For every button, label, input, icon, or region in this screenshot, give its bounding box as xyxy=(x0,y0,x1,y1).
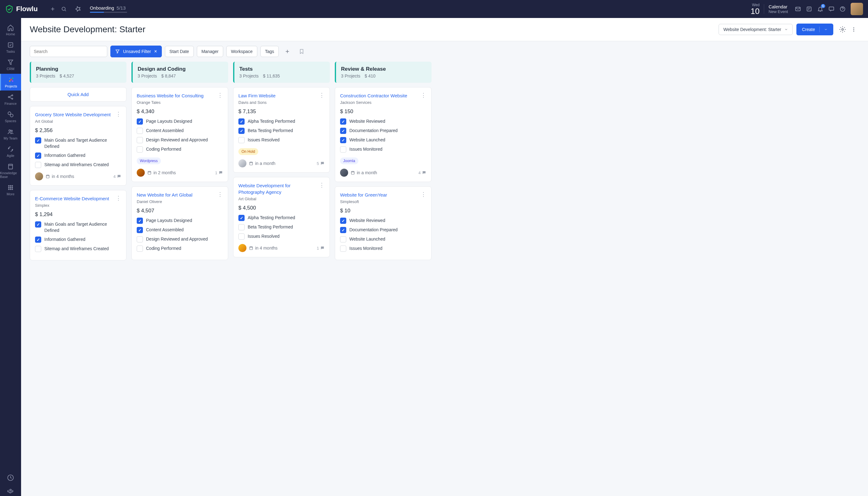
checkbox[interactable] xyxy=(238,215,245,221)
checkbox[interactable] xyxy=(35,246,41,252)
card-title[interactable]: Grocery Store Website Development xyxy=(35,111,111,118)
checklist-item[interactable]: Main Goals and Target Audience Defined xyxy=(35,137,121,150)
card-title[interactable]: Law Firm Website xyxy=(238,92,276,99)
card-title[interactable]: New Website for Art Global xyxy=(137,191,192,198)
help-button[interactable] xyxy=(837,3,848,15)
card-menu-button[interactable]: ⋮ xyxy=(217,92,223,98)
sidebar-item-my-team[interactable]: My Team xyxy=(0,126,21,143)
assignee-avatar[interactable] xyxy=(137,169,145,177)
search-button[interactable] xyxy=(58,3,69,15)
user-avatar[interactable] xyxy=(851,3,863,15)
filter-chip-tags[interactable]: Tags xyxy=(260,46,279,57)
checklist-item[interactable]: Website Reviewed xyxy=(340,119,426,125)
card-menu-button[interactable]: ⋮ xyxy=(217,191,223,197)
checklist-item[interactable]: Coding Performed xyxy=(137,146,223,153)
card-title[interactable]: Business Website for Consulting xyxy=(137,92,204,99)
checklist-item[interactable]: Page Layouts Designed xyxy=(137,218,223,224)
settings-button[interactable] xyxy=(837,24,848,35)
assignee-avatar[interactable] xyxy=(238,244,246,252)
checkbox[interactable] xyxy=(340,128,346,134)
notifications-button[interactable]: 6 xyxy=(815,3,826,15)
checklist-item[interactable]: Website Reviewed xyxy=(340,218,426,224)
comment-count[interactable]: 1 xyxy=(215,170,223,175)
checkbox[interactable] xyxy=(137,246,143,252)
assignee-avatar[interactable] xyxy=(340,169,348,177)
checkbox[interactable] xyxy=(137,227,143,233)
checkbox[interactable] xyxy=(238,128,245,134)
close-icon[interactable]: × xyxy=(154,49,157,54)
create-button[interactable]: Create xyxy=(796,24,833,35)
sidebar-item-spaces[interactable]: Spaces xyxy=(0,108,21,125)
comment-count[interactable]: 4 xyxy=(113,174,121,179)
assignee-avatar[interactable] xyxy=(35,172,43,181)
checklist-item[interactable]: Coding Performed xyxy=(137,246,223,252)
checkbox[interactable] xyxy=(35,153,41,159)
card-menu-button[interactable]: ⋮ xyxy=(421,92,426,98)
checklist-item[interactable]: Sitemap and Wireframes Created xyxy=(35,162,121,168)
card-menu-button[interactable]: ⋮ xyxy=(319,92,325,98)
checkbox[interactable] xyxy=(35,137,41,143)
project-card[interactable]: E-Commerce Website Development ⋮ Simplex… xyxy=(30,190,126,260)
sidebar-settings[interactable] xyxy=(0,484,21,496)
sidebar-item-home[interactable]: Home xyxy=(0,22,21,38)
checkbox[interactable] xyxy=(340,137,346,143)
calendar-widget[interactable]: Calendar New Event xyxy=(764,4,788,14)
checkbox[interactable] xyxy=(35,162,41,168)
checkbox[interactable] xyxy=(137,137,143,143)
checkbox[interactable] xyxy=(35,236,41,243)
checkbox[interactable] xyxy=(35,221,41,228)
checklist-item[interactable]: Documentation Prepared xyxy=(340,128,426,134)
workflow-selector[interactable]: Website Development: Starter xyxy=(718,24,793,35)
card-title[interactable]: Website Development for Photography Agen… xyxy=(238,182,316,195)
checklist-item[interactable]: Issues Resolved xyxy=(238,137,325,143)
card-title[interactable]: Website for GreenYear xyxy=(340,191,387,198)
sidebar-item-projects[interactable]: Projects xyxy=(0,74,21,91)
checkbox[interactable] xyxy=(340,119,346,125)
mail-button[interactable] xyxy=(792,3,804,15)
checklist-item[interactable]: Page Layouts Designed xyxy=(137,119,223,125)
checkbox[interactable] xyxy=(238,137,245,143)
checklist-item[interactable]: Design Reviewed and Approved xyxy=(137,137,223,143)
checklist-item[interactable]: Information Gathered xyxy=(35,153,121,159)
search-input[interactable] xyxy=(30,46,107,57)
date-widget[interactable]: Wed 10 xyxy=(750,3,760,15)
checkbox[interactable] xyxy=(137,218,143,224)
filter-chip-manager[interactable]: Manager xyxy=(197,46,223,57)
filter-chip-workspace[interactable]: Workspace xyxy=(226,46,257,57)
add-button[interactable] xyxy=(47,3,58,15)
add-filter-button[interactable] xyxy=(282,46,293,57)
comment-count[interactable]: 4 xyxy=(418,170,426,175)
filter-chip-start-date[interactable]: Start Date xyxy=(165,46,194,57)
checklist-item[interactable]: Main Goals and Target Audience Defined xyxy=(35,221,121,233)
checklist-item[interactable]: Sitemap and Wireframes Created xyxy=(35,246,121,252)
checklist-item[interactable]: Design Reviewed and Approved xyxy=(137,236,223,243)
sidebar-item-knowledge-base[interactable]: Knowledge Base xyxy=(0,160,21,181)
checklist-item[interactable]: Information Gathered xyxy=(35,236,121,243)
comment-count[interactable]: 5 xyxy=(317,161,325,166)
checkbox[interactable] xyxy=(340,218,346,224)
bookmark-button[interactable] xyxy=(296,46,307,57)
checklist-item[interactable]: Content Assembled xyxy=(137,227,223,233)
brand-logo[interactable]: Flowlu xyxy=(5,5,38,13)
checklist-item[interactable]: Website Launched xyxy=(340,137,426,143)
project-card[interactable]: Construction Contractor Website ⋮ Jackso… xyxy=(335,87,432,182)
checklist-item[interactable]: Beta Testing Performed xyxy=(238,128,325,134)
card-menu-button[interactable]: ⋮ xyxy=(115,195,121,201)
checkbox[interactable] xyxy=(137,128,143,134)
comment-count[interactable]: 1 xyxy=(317,246,325,250)
unsaved-filter-chip[interactable]: Unsaved Filter × xyxy=(110,46,162,57)
checkbox[interactable] xyxy=(137,119,143,125)
card-title[interactable]: E-Commerce Website Development xyxy=(35,195,109,202)
checklist-item[interactable]: Issues Monitored xyxy=(340,146,426,153)
project-card[interactable]: Website Development for Photography Agen… xyxy=(233,177,330,257)
onboarding-widget[interactable]: Onboarding 5/13 xyxy=(90,5,127,13)
card-menu-button[interactable]: ⋮ xyxy=(421,191,426,197)
sidebar-item-agile[interactable]: Agile xyxy=(0,143,21,160)
project-card[interactable]: Grocery Store Website Development ⋮ Art … xyxy=(30,106,126,186)
more-button[interactable] xyxy=(848,24,859,35)
checklist-item[interactable]: Issues Resolved xyxy=(238,233,325,239)
checklist-item[interactable]: Alpha Testing Performed xyxy=(238,119,325,125)
quick-add-button[interactable]: Quick Add xyxy=(30,87,126,102)
checklist-item[interactable]: Beta Testing Performed xyxy=(238,224,325,230)
notes-button[interactable] xyxy=(804,3,815,15)
